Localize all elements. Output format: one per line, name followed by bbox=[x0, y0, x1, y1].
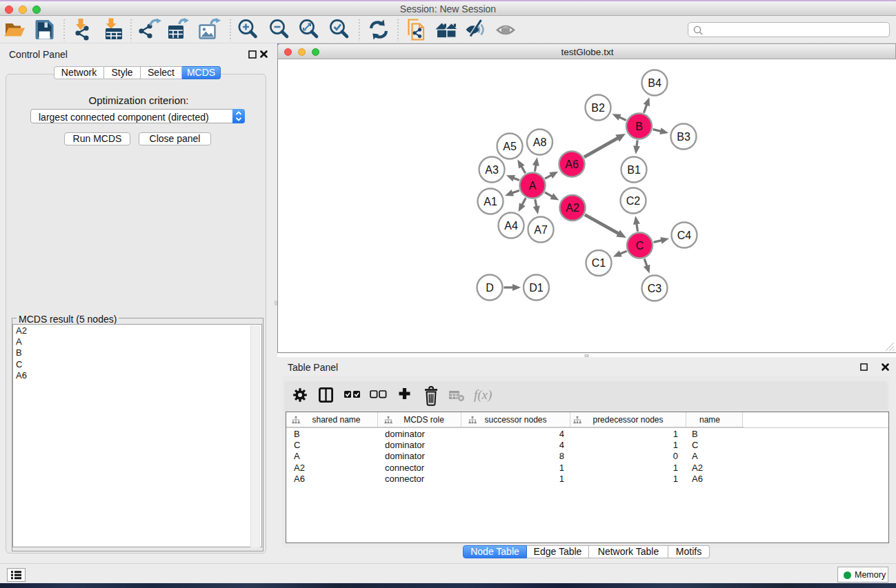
svg-text:D: D bbox=[486, 282, 494, 294]
svg-text:C4: C4 bbox=[677, 230, 692, 241]
svg-text:A6: A6 bbox=[565, 159, 579, 170]
svg-text:B3: B3 bbox=[677, 131, 690, 143]
svg-text:C1: C1 bbox=[592, 257, 606, 269]
svg-text:B: B bbox=[635, 121, 643, 132]
svg-text:B1: B1 bbox=[627, 164, 641, 176]
svg-text:A1: A1 bbox=[484, 196, 497, 207]
svg-text:D1: D1 bbox=[529, 282, 544, 294]
svg-text:A3: A3 bbox=[485, 164, 499, 176]
svg-text:C: C bbox=[636, 240, 644, 252]
svg-text:A2: A2 bbox=[566, 202, 579, 214]
svg-text:A8: A8 bbox=[533, 136, 547, 148]
svg-text:C2: C2 bbox=[626, 195, 641, 207]
svg-text:A4: A4 bbox=[504, 220, 518, 232]
svg-text:A: A bbox=[529, 180, 537, 192]
svg-text:B2: B2 bbox=[591, 102, 605, 114]
svg-text:A7: A7 bbox=[534, 224, 548, 236]
svg-text:f(x): f(x) bbox=[474, 387, 492, 403]
svg-text:B4: B4 bbox=[648, 77, 661, 89]
svg-text:C3: C3 bbox=[648, 283, 662, 294]
svg-text:A5: A5 bbox=[503, 141, 517, 152]
